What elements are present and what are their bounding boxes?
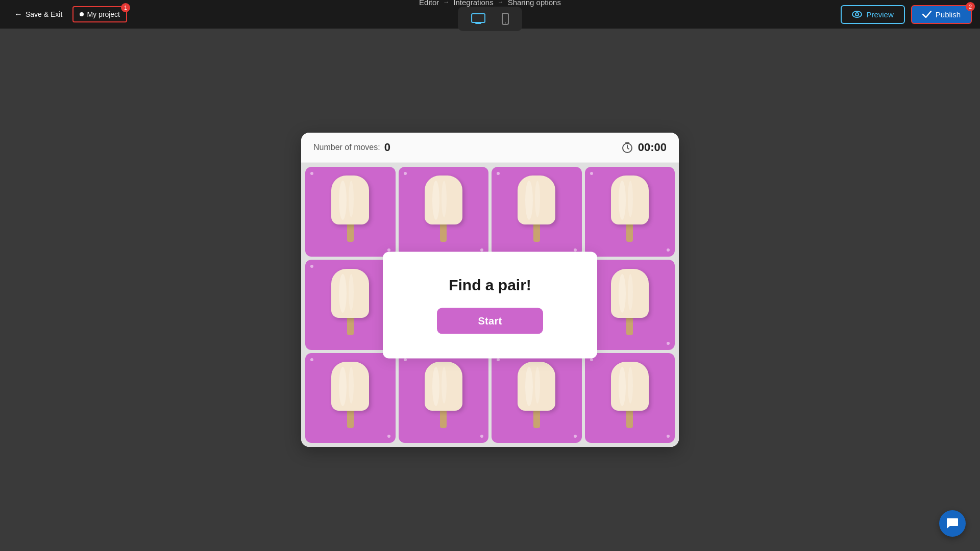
dot-tl <box>497 358 500 361</box>
device-toggle-bar <box>458 7 522 31</box>
nav-steps: Editor → Integrations → Sharing options <box>419 0 561 7</box>
grid-cell-1[interactable] <box>305 167 396 257</box>
pop-stick <box>533 224 540 242</box>
nav-integrations[interactable]: Integrations <box>453 0 493 7</box>
pop-body <box>611 176 649 224</box>
popsicle-8 <box>597 269 662 341</box>
stats-bar: Number of moves: 0 00:00 <box>301 133 679 163</box>
pop-body <box>611 362 649 411</box>
popsicle-12 <box>597 362 662 434</box>
pop-body <box>425 176 462 224</box>
topbar: ← Save & Exit My project 1 Editor → Inte… <box>0 0 980 29</box>
arrow-icon-1: → <box>443 0 449 6</box>
overlay-title: Find a pair! <box>449 276 531 293</box>
nav-editor[interactable]: Editor <box>419 0 439 7</box>
popsicle-9 <box>318 362 383 434</box>
chat-bubble-button[interactable] <box>939 510 966 537</box>
pop-stick <box>533 411 540 428</box>
popsicle-1 <box>318 176 383 247</box>
dot-tl <box>404 172 407 175</box>
pop-stick <box>440 411 447 428</box>
svg-point-3 <box>852 11 862 17</box>
dot-br <box>480 435 483 438</box>
moves-label: Number of moves: <box>313 143 380 152</box>
grid-cell-12[interactable] <box>585 353 675 443</box>
save-exit-label: Save & Exit <box>26 10 62 18</box>
save-exit-button[interactable]: ← Save & Exit <box>8 7 68 22</box>
preview-label: Preview <box>866 10 893 19</box>
pop-stick <box>626 411 633 428</box>
popsicle-2 <box>411 176 476 247</box>
popsicle-11 <box>504 362 569 434</box>
dot-br <box>667 248 670 252</box>
moves-count: 0 <box>384 141 390 154</box>
check-icon <box>922 11 932 18</box>
pop-stick <box>347 318 354 335</box>
pop-body <box>518 362 555 411</box>
dot-tl <box>310 358 313 361</box>
project-name-label: My project <box>87 10 120 18</box>
topbar-left: ← Save & Exit My project 1 <box>8 6 127 22</box>
popsicle-10 <box>411 362 476 434</box>
publish-button[interactable]: Publish 2 <box>911 5 972 24</box>
pop-body <box>331 269 369 318</box>
timer-value: 00:00 <box>638 141 667 154</box>
grid-cell-11[interactable] <box>492 353 582 443</box>
grid-area: Find a pair! Start <box>301 163 679 447</box>
desktop-view-button[interactable] <box>466 10 491 28</box>
dot-tl <box>497 172 500 175</box>
dot-br <box>667 342 670 345</box>
timer-section: 00:00 <box>622 141 667 154</box>
popsicle-4 <box>597 176 662 247</box>
dot-tl <box>404 358 407 361</box>
pop-stick <box>626 224 633 242</box>
pop-stick <box>347 411 354 428</box>
grid-cell-8[interactable] <box>585 260 675 350</box>
arrow-left-icon: ← <box>14 10 22 19</box>
grid-cell-2[interactable] <box>399 167 489 257</box>
dot-br <box>574 435 577 438</box>
grid-cell-5[interactable] <box>305 260 396 350</box>
svg-rect-0 <box>472 14 485 22</box>
preview-button[interactable]: Preview <box>841 5 904 24</box>
topbar-right: Preview Publish 2 <box>841 5 972 24</box>
dot-tl <box>590 172 593 175</box>
grid-cell-10[interactable] <box>399 353 489 443</box>
dot-br <box>387 435 390 438</box>
pop-stick <box>626 318 633 335</box>
dot-br <box>667 435 670 438</box>
pop-body <box>425 362 462 411</box>
pop-body <box>611 269 649 318</box>
dot-tl <box>590 358 593 361</box>
popsicle-5 <box>318 269 383 341</box>
pop-stick <box>440 224 447 242</box>
timer-icon <box>622 142 633 153</box>
grid-cell-9[interactable] <box>305 353 396 443</box>
start-button[interactable]: Start <box>437 308 543 334</box>
pop-body <box>331 176 369 224</box>
nav-sharing[interactable]: Sharing options <box>508 0 561 7</box>
grid-cell-4[interactable] <box>585 167 675 257</box>
mobile-view-button[interactable] <box>497 10 514 28</box>
overlay-modal: Find a pair! Start <box>383 252 597 358</box>
dot-icon <box>80 12 84 16</box>
chat-icon <box>946 517 959 530</box>
pop-body <box>518 176 555 224</box>
pop-stick <box>347 224 354 242</box>
project-badge: 1 <box>121 3 130 12</box>
game-card: Number of moves: 0 00:00 <box>301 133 679 447</box>
main-content: Number of moves: 0 00:00 <box>0 29 980 551</box>
dot-tl <box>310 265 313 268</box>
publish-badge: 2 <box>966 2 975 11</box>
grid-cell-3[interactable] <box>492 167 582 257</box>
svg-point-2 <box>505 22 506 23</box>
eye-icon <box>852 11 862 18</box>
popsicle-3 <box>504 176 569 247</box>
pop-body <box>331 362 369 411</box>
topbar-center: Editor → Integrations → Sharing options <box>419 0 561 31</box>
arrow-icon-2: → <box>498 0 504 6</box>
project-name-button[interactable]: My project 1 <box>72 6 127 22</box>
dot-tl <box>310 172 313 175</box>
svg-point-4 <box>855 13 859 16</box>
moves-section: Number of moves: 0 <box>313 141 390 154</box>
